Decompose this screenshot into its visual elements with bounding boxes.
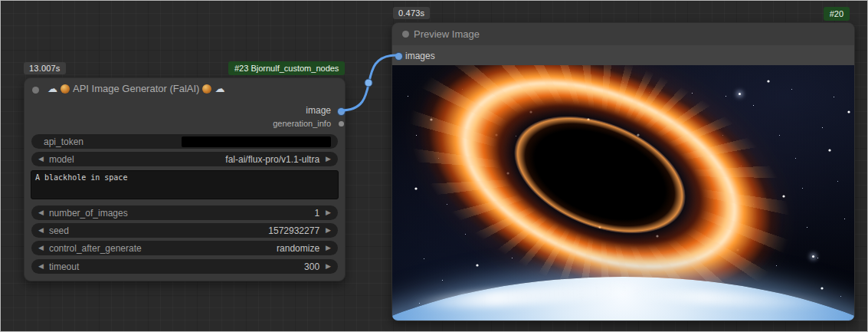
output-label-generation-info: generation_info — [273, 119, 331, 128]
execution-time-badge: 13.007s — [24, 62, 66, 74]
link-midpoint-dot[interactable] — [365, 79, 372, 87]
arrow-left-icon[interactable]: ◀ — [38, 227, 44, 234]
widget-value: 1572932277 — [268, 225, 319, 236]
widget-timeout[interactable]: ◀ timeout 300 ▶ — [31, 259, 338, 274]
widget-label: model — [49, 154, 74, 165]
node-status-dot — [402, 31, 409, 38]
node-title-text: Preview Image — [414, 28, 480, 40]
output-dot-generation-info[interactable] — [339, 121, 344, 127]
api-token-masked-value[interactable] — [182, 136, 331, 147]
widget-label: api_token — [44, 136, 84, 147]
arrow-right-icon[interactable]: ▶ — [326, 227, 331, 234]
arrow-left-icon[interactable]: ◀ — [38, 209, 44, 216]
arrow-right-icon[interactable]: ▶ — [326, 245, 331, 251]
node-id-badge-falai: #23 Bjornulf_custom_nodes — [228, 61, 345, 75]
cookie-icon — [202, 84, 211, 94]
arrow-right-icon[interactable]: ▶ — [326, 156, 331, 163]
cloud-icon: ☁ — [215, 84, 224, 94]
input-label-images: images — [405, 51, 435, 61]
widget-value: randomize — [277, 243, 319, 254]
widget-label: number_of_images — [49, 208, 128, 219]
widget-value: 1 — [314, 208, 319, 219]
prompt-textarea[interactable]: A blackhole in space — [31, 170, 339, 199]
widget-value: fal-ai/flux-pro/v1.1-ultra — [225, 154, 319, 165]
node-title-text: API Image Generator (FalAI) — [73, 83, 199, 94]
input-slot-row — [392, 45, 854, 65]
node-title: ☁ API Image Generator (FalAI) ☁ — [47, 83, 224, 94]
output-dot-image[interactable] — [338, 108, 345, 115]
execution-time-badge-preview: 0.473s — [393, 7, 430, 19]
cookie-icon — [61, 84, 70, 94]
widget-number-of-images[interactable]: ◀ number_of_images 1 ▶ — [31, 205, 338, 220]
node-preview-image[interactable]: Preview Image images — [391, 22, 855, 321]
widget-control-after-generate[interactable]: ◀ control_after_generate randomize ▶ — [31, 241, 338, 255]
input-dot-images[interactable] — [395, 53, 402, 60]
arrow-left-icon[interactable]: ◀ — [38, 156, 44, 163]
arrow-left-icon[interactable]: ◀ — [38, 245, 44, 251]
arrow-right-icon[interactable]: ▶ — [326, 263, 331, 270]
arrow-right-icon[interactable]: ▶ — [326, 209, 331, 216]
cloud-icon: ☁ — [47, 84, 57, 94]
node-id-badge-preview: #20 — [824, 7, 850, 21]
widget-label: seed — [49, 225, 69, 236]
widget-model[interactable]: ◀ model fal-ai/flux-pro/v1.1-ultra ▶ — [31, 152, 338, 166]
widget-api-token[interactable]: api_token — [31, 134, 338, 149]
arrow-left-icon[interactable]: ◀ — [38, 263, 44, 270]
widget-seed[interactable]: ◀ seed 1572932277 ▶ — [31, 223, 338, 238]
widget-label: control_after_generate — [49, 243, 142, 254]
widget-label: timeout — [49, 261, 79, 272]
widget-value: 300 — [304, 261, 319, 272]
preview-image — [392, 65, 854, 320]
output-label-image: image — [306, 105, 331, 116]
node-editor-canvas[interactable]: 13.007s #23 Bjornulf_custom_nodes 0.473s… — [0, 0, 868, 332]
node-status-dot — [32, 87, 39, 94]
node-api-image-generator[interactable]: ☁ API Image Generator (FalAI) ☁ image ge… — [24, 77, 346, 281]
